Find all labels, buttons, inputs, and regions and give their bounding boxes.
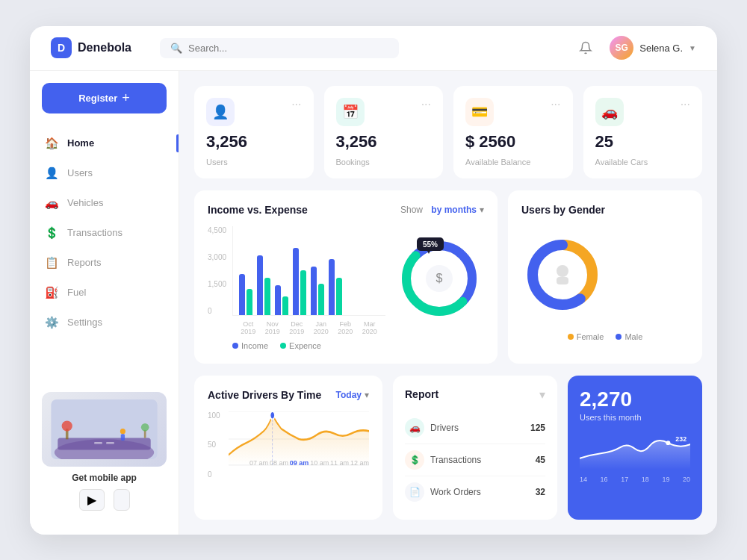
filter-value: by months (431, 205, 477, 215)
report-workorders-count: 32 (536, 487, 545, 497)
charts-row: Income vs. Expense Show by months ▾ (194, 190, 702, 364)
line-x-labels: 07 am 08 am 09 am 10 am 11 am 12 am (249, 459, 369, 467)
svg-text:55%: 55% (423, 240, 438, 249)
stat-cards: 👤 ··· 3,256 Users 📅 ··· 3,256 Bookings (194, 86, 702, 178)
svg-text:$: $ (436, 272, 443, 284)
svg-point-32 (666, 441, 670, 445)
stat-menu-balance[interactable]: ··· (551, 98, 560, 111)
bottom-row: Active Drivers By Time Today ▾ 100500 (194, 376, 702, 520)
sidebar: Register + 🏠 Home 👤 Users 🚗 Vehicles 💲 T… (30, 71, 179, 535)
income-chart-title: Income vs. Expense (208, 204, 308, 216)
chevron-down-icon: ▼ (689, 44, 696, 52)
line-chart-inner: 125 07 am 08 am 09 am 10 am 11 am (229, 411, 369, 467)
donut-chart: $ 55% (394, 226, 484, 350)
header: D Denebola 🔍 SG Selena G. ▼ (30, 26, 717, 71)
bar-group-0 (239, 274, 252, 315)
settings-icon: ⚙️ (45, 316, 58, 329)
gender-chart-card: Users by Gender Female Male (508, 190, 702, 364)
logo-area: D Denebola (51, 37, 148, 58)
stat-icon-balance: 💳 (465, 98, 494, 126)
svg-rect-8 (121, 434, 125, 441)
report-item-drivers: 🚗 Drivers 125 (405, 412, 545, 444)
sidebar-item-users[interactable]: 👤 Users (30, 158, 179, 188)
bar-group-2 (275, 285, 288, 315)
logo-text: Denebola (78, 41, 131, 55)
report-card: Report ▾ 🚗 Drivers 125 💲 Transactio (393, 376, 557, 520)
user-area[interactable]: SG Selena G. ▼ (610, 36, 696, 60)
mini-x-labels: 141617181920 (580, 476, 690, 483)
notification-icon[interactable] (574, 36, 598, 60)
svg-rect-3 (94, 441, 102, 444)
bar-group-1 (257, 255, 270, 315)
sidebar-item-settings[interactable]: ⚙️ Settings (30, 308, 179, 337)
stat-label-cars: Available Cars (595, 158, 691, 167)
sidebar-item-transactions[interactable]: 💲 Transactions (30, 218, 179, 248)
stat-card-users: 👤 ··· 3,256 Users (194, 86, 314, 178)
app-badges: ▶ (42, 489, 167, 511)
active-drivers-card: Active Drivers By Time Today ▾ 100500 (194, 376, 382, 520)
search-input[interactable] (188, 43, 388, 54)
line-chart-area: 100500 (208, 411, 369, 479)
svg-point-7 (120, 429, 125, 434)
stat-value-balance: $ 2560 (465, 132, 561, 152)
vehicles-icon: 🚗 (45, 196, 58, 210)
report-drivers-icon: 🚗 (405, 418, 424, 438)
stat-label-bookings: Bookings (336, 158, 432, 167)
income-filter[interactable]: Show by months ▾ (400, 205, 484, 215)
svg-rect-4 (106, 441, 114, 444)
stat-value-users: 3,256 (206, 132, 302, 152)
line-chart-y-axis: 100500 (208, 411, 220, 479)
active-drivers-filter[interactable]: Today ▾ (336, 390, 369, 400)
income-chart-card: Income vs. Expense Show by months ▾ (194, 190, 498, 364)
search-bar[interactable]: 🔍 (160, 38, 399, 58)
transactions-icon: 💲 (45, 226, 58, 240)
active-drivers-title: Active Drivers By Time (208, 389, 321, 401)
stat-menu-cars[interactable]: ··· (681, 98, 690, 111)
stat-menu-users[interactable]: ··· (291, 98, 301, 111)
dashboard: D Denebola 🔍 SG Selena G. ▼ (30, 26, 717, 535)
filter-chevron-2: ▾ (365, 390, 369, 400)
stat-card-cars: 🚗 ··· 25 Available Cars (583, 86, 703, 178)
apple-store-button[interactable] (114, 489, 130, 511)
report-workorders-icon: 📄 (405, 482, 424, 502)
gender-chart-title: Users by Gender (521, 204, 605, 216)
users-month-value: 2,270 (580, 388, 690, 411)
report-item-transactions: 💲 Transactions 45 (405, 444, 545, 476)
svg-point-22 (557, 265, 568, 277)
bar-group-4 (311, 267, 324, 315)
search-icon: 🔍 (170, 43, 182, 54)
bar-chart-x-labels: Oct 2019 Nov 2019 Dec 2019 Jan 2020 Feb … (232, 316, 385, 335)
header-right: SG Selena G. ▼ (574, 36, 696, 60)
users-month-card: 2,270 Users this month (568, 376, 702, 520)
report-drivers-count: 125 (530, 423, 545, 433)
stat-menu-bookings[interactable]: ··· (421, 98, 431, 111)
svg-point-6 (62, 420, 72, 431)
main-content: 👤 ··· 3,256 Users 📅 ··· 3,256 Bookings (179, 71, 717, 535)
bar-group-3 (293, 248, 306, 315)
play-store-button[interactable]: ▶ (79, 489, 105, 511)
bar-chart: 4,5003,0001,5000 (208, 226, 385, 350)
users-month-label: Users this month (580, 413, 690, 422)
svg-point-27 (270, 411, 275, 420)
plus-icon: + (122, 90, 130, 106)
svg-rect-23 (557, 277, 568, 284)
stat-label-users: Users (206, 158, 302, 167)
stat-value-cars: 25 (595, 132, 691, 152)
stat-card-balance: 💳 ··· $ 2560 Available Balance (453, 86, 573, 178)
filter-chevron: ▾ (480, 205, 484, 215)
report-transactions-count: 45 (536, 455, 545, 465)
sidebar-item-reports[interactable]: 📋 Reports (30, 248, 179, 278)
stat-icon-users: 👤 (206, 98, 235, 126)
income-legend: Income Expence (232, 341, 385, 350)
sidebar-item-fuel[interactable]: ⛽ Fuel (30, 278, 179, 308)
bar-chart-y-axis: 4,5003,0001,5000 (208, 226, 232, 316)
stat-icon-bookings: 📅 (336, 98, 365, 126)
svg-rect-2 (58, 438, 150, 449)
register-button[interactable]: Register + (42, 83, 167, 113)
report-title: Report (405, 388, 438, 400)
sidebar-item-home[interactable]: 🏠 Home (30, 128, 179, 158)
body: Register + 🏠 Home 👤 Users 🚗 Vehicles 💲 T… (30, 71, 717, 535)
sidebar-item-vehicles[interactable]: 🚗 Vehicles (30, 188, 179, 218)
report-chevron: ▾ (539, 388, 545, 402)
bar-group-5 (329, 259, 342, 315)
